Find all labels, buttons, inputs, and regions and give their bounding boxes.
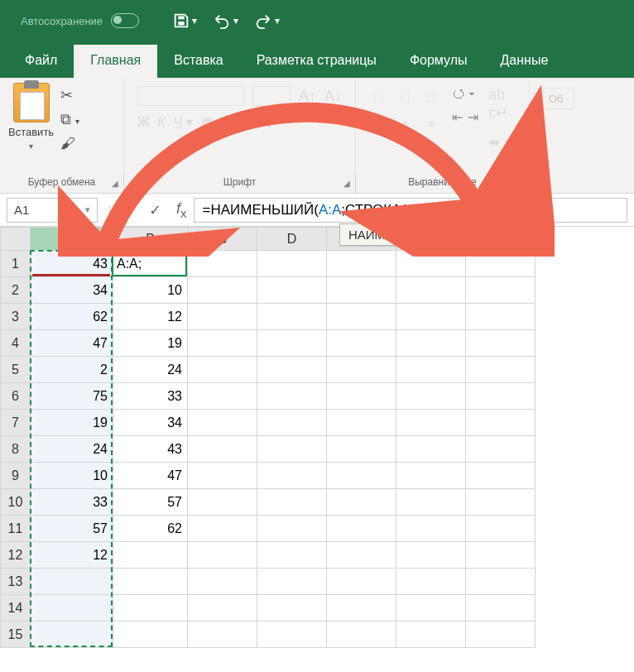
function-tooltip[interactable]: НАИМЕНЬШИЙ(массив; k) — [339, 223, 515, 246]
cell[interactable] — [396, 410, 466, 436]
cell[interactable] — [396, 357, 466, 383]
cell[interactable]: 62 — [113, 516, 188, 542]
cell[interactable] — [188, 542, 257, 569]
formula-input[interactable]: =НАИМЕНЬШИЙ(A:A;СТРОКА(A1)) — [194, 198, 627, 223]
cell[interactable] — [466, 251, 536, 277]
cut-icon[interactable]: ✂ — [60, 86, 79, 104]
row-header[interactable]: 8 — [1, 436, 31, 463]
cell[interactable] — [327, 516, 396, 542]
cell[interactable] — [31, 622, 113, 648]
merge-cells-icon[interactable]: ⬌ ▾ — [488, 133, 512, 151]
row-header[interactable]: 1 — [1, 251, 31, 277]
cell[interactable] — [327, 436, 396, 463]
cell[interactable]: 34 — [31, 277, 113, 304]
cell[interactable] — [396, 622, 466, 648]
enter-icon[interactable]: ✓ — [149, 201, 161, 219]
cell[interactable]: 2 — [31, 357, 113, 383]
cell[interactable] — [327, 542, 396, 569]
row-header[interactable]: 15 — [1, 622, 31, 648]
increase-font-icon[interactable]: A↑ — [299, 88, 316, 105]
cell[interactable]: 19 — [31, 410, 113, 436]
paste-button[interactable]: Вставить ▾ — [8, 83, 54, 152]
row-header[interactable]: 11 — [1, 516, 31, 542]
select-all-corner[interactable] — [1, 228, 31, 251]
cell[interactable]: 10 — [113, 277, 188, 304]
cell[interactable] — [257, 277, 327, 304]
fill-color-icon[interactable]: ◇ ▾ — [232, 114, 252, 130]
italic-icon[interactable]: К — [157, 115, 165, 130]
row-header[interactable]: 13 — [1, 569, 31, 595]
underline-icon[interactable]: Ч ▾ — [174, 114, 193, 130]
cell[interactable] — [188, 304, 257, 330]
cell[interactable] — [327, 595, 396, 622]
increase-indent-icon[interactable]: ⇥ — [468, 109, 478, 125]
cell[interactable] — [188, 516, 257, 542]
cell[interactable] — [113, 542, 188, 569]
cell[interactable] — [466, 516, 536, 542]
cell[interactable]: 12 — [113, 304, 188, 330]
cell[interactable] — [327, 304, 396, 330]
col-header-C[interactable]: C — [188, 228, 257, 251]
cell[interactable] — [466, 595, 536, 622]
cell[interactable] — [257, 410, 327, 436]
align-center-icon[interactable]: ≡ — [394, 113, 415, 134]
cell[interactable]: 19 — [113, 330, 188, 357]
number-format-dropdown[interactable]: Об — [543, 88, 574, 109]
font-launcher-icon[interactable]: ◢ — [343, 179, 350, 188]
cell[interactable] — [113, 622, 188, 648]
cell[interactable]: 43 — [113, 436, 188, 463]
align-middle-icon[interactable]: ⬚ — [394, 86, 415, 108]
cell[interactable] — [257, 489, 327, 516]
cell[interactable] — [466, 436, 536, 463]
tab-data[interactable]: Данные — [484, 45, 565, 78]
cell[interactable] — [327, 330, 396, 357]
cell[interactable] — [466, 330, 536, 357]
cell[interactable] — [466, 383, 536, 410]
align-left-icon[interactable]: ≡ — [367, 113, 389, 134]
tab-home[interactable]: Главная — [74, 45, 157, 78]
cell[interactable] — [396, 542, 466, 569]
cell[interactable] — [188, 383, 257, 410]
cell[interactable] — [396, 489, 466, 516]
clipboard-launcher-icon[interactable]: ◢ — [112, 179, 118, 188]
cell[interactable]: A:A; — [113, 251, 188, 277]
cell[interactable]: 75 — [31, 383, 113, 410]
row-header[interactable]: 4 — [1, 330, 31, 357]
decrease-indent-icon[interactable]: ⇤ — [452, 109, 463, 125]
undo-icon[interactable]: ▾ — [212, 12, 238, 30]
cell[interactable] — [257, 357, 327, 383]
cell[interactable] — [188, 622, 257, 648]
cancel-icon[interactable]: ✕ — [122, 201, 134, 219]
tab-page-layout[interactable]: Разметка страницы — [240, 45, 393, 78]
tab-formulas[interactable]: Формулы — [393, 45, 484, 78]
cell[interactable] — [466, 622, 536, 648]
cell[interactable] — [257, 330, 327, 357]
cell[interactable] — [257, 251, 327, 277]
cell[interactable] — [396, 595, 466, 622]
cell[interactable] — [466, 569, 536, 595]
row-header[interactable]: 9 — [1, 463, 31, 489]
cell[interactable] — [188, 330, 257, 357]
cell[interactable]: 47 — [113, 463, 188, 489]
cell[interactable] — [188, 277, 257, 304]
cell[interactable] — [396, 436, 466, 463]
cell[interactable] — [466, 463, 536, 489]
cell[interactable] — [188, 463, 257, 489]
autosave-toggle-group[interactable]: Автосохранение — [21, 13, 139, 28]
font-color-icon[interactable]: A ▾ — [261, 114, 279, 130]
autosave-toggle[interactable] — [111, 13, 139, 28]
row-header[interactable]: 10 — [1, 489, 31, 516]
redo-icon[interactable]: ▾ — [253, 12, 280, 30]
decrease-font-icon[interactable]: A↓ — [324, 88, 342, 105]
cell[interactable] — [466, 489, 536, 516]
cell[interactable] — [257, 595, 327, 622]
cell[interactable] — [327, 569, 396, 595]
cell[interactable] — [396, 330, 466, 357]
row-header[interactable]: 3 — [1, 304, 31, 330]
name-box[interactable]: A1 ▾ — [7, 198, 98, 223]
row-header[interactable]: 14 — [1, 595, 31, 622]
cell[interactable]: 47 — [31, 330, 113, 357]
cell[interactable] — [466, 542, 536, 569]
cell[interactable]: 24 — [31, 436, 113, 463]
cell[interactable] — [396, 463, 466, 489]
